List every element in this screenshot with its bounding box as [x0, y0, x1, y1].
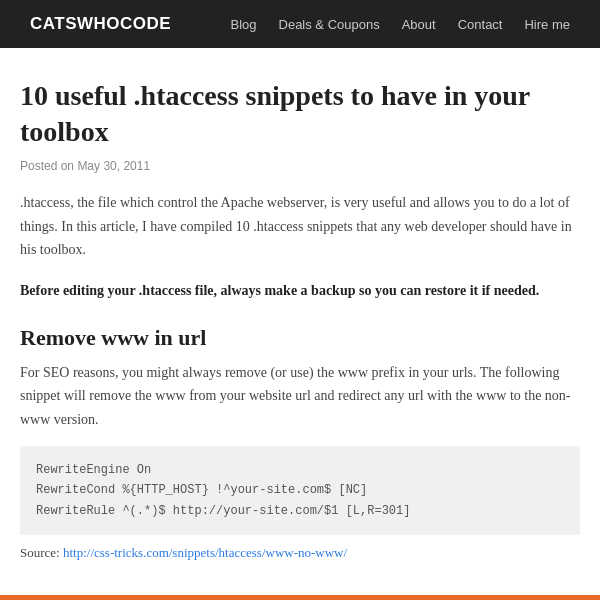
site-logo[interactable]: CATSWHOCODE — [30, 14, 171, 34]
code-block: RewriteEngine On RewriteCond %{HTTP_HOST… — [20, 446, 580, 535]
source-line: Source: http://css-tricks.com/snippets/h… — [20, 545, 580, 561]
main-content: 10 useful .htaccess snippets to have in … — [0, 48, 600, 585]
post-date: Posted on May 30, 2011 — [20, 159, 580, 173]
nav-about[interactable]: About — [402, 17, 436, 32]
article-title: 10 useful .htaccess snippets to have in … — [20, 78, 580, 151]
intro-text: .htaccess, the file which control the Ap… — [20, 191, 580, 262]
promo-banner: CatsWhoCode Exclusive offer: 35+ premium… — [0, 595, 600, 600]
source-link[interactable]: http://css-tricks.com/snippets/htaccess/… — [63, 545, 347, 560]
nav-hire[interactable]: Hire me — [524, 17, 570, 32]
warning-text: Before editing your .htaccess file, alwa… — [20, 280, 580, 302]
main-nav: Blog Deals & Coupons About Contact Hire … — [230, 17, 570, 32]
nav-contact[interactable]: Contact — [458, 17, 503, 32]
nav-blog[interactable]: Blog — [230, 17, 256, 32]
nav-deals[interactable]: Deals & Coupons — [279, 17, 380, 32]
header: CATSWHOCODE Blog Deals & Coupons About C… — [0, 0, 600, 48]
section1-title: Remove www in url — [20, 325, 580, 351]
source-label: Source: — [20, 545, 60, 560]
section1-description: For SEO reasons, you might always remove… — [20, 361, 580, 432]
